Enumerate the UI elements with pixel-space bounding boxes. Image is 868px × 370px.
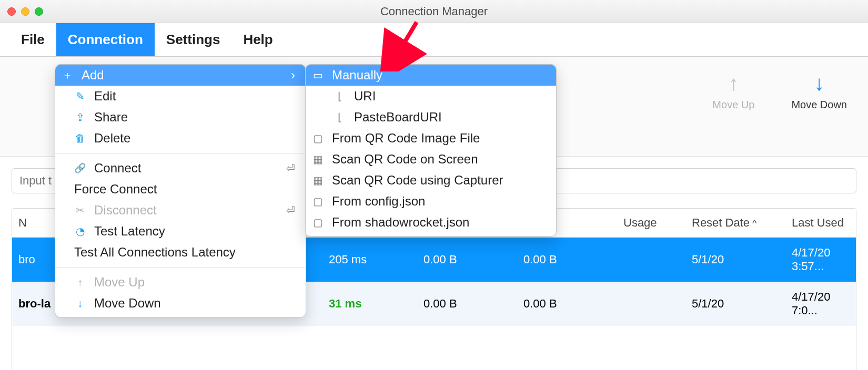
text-icon: ⌊ — [334, 90, 346, 102]
table-row-empty — [12, 326, 856, 370]
qr-icon: ▦ — [312, 153, 324, 165]
menu-separator — [55, 153, 306, 153]
menu-separator — [55, 267, 306, 268]
menu-move-up: ↑ Move Up — [55, 272, 306, 293]
submenu-qr-file-label: From QR Code Image File — [332, 131, 480, 146]
cell-last-used: 4/17/20 7:0... — [785, 282, 856, 326]
menu-help[interactable]: Help — [231, 23, 284, 56]
menu-test-all[interactable]: Test All Connections Latency — [55, 242, 306, 263]
menu-edit[interactable]: ✎ Edit — [55, 86, 306, 107]
cell-last-used: 4/17/20 3:57... — [785, 238, 856, 282]
menu-move-down-label: Move Down — [94, 296, 161, 311]
menu-edit-label: Edit — [94, 89, 116, 104]
file-icon: ▢ — [312, 196, 324, 207]
submenu-qr-capturer[interactable]: ▦ Scan QR Code using Capturer — [306, 170, 556, 191]
menu-test-all-label: Test All Connections Latency — [74, 245, 236, 260]
cell-up: 0.00 B — [417, 282, 517, 326]
file-icon: ▢ — [312, 132, 324, 144]
window-titlebar: Connection Manager — [0, 0, 868, 23]
col-name[interactable]: N — [12, 209, 59, 238]
menu-file[interactable]: File — [9, 23, 56, 56]
qr-icon: ▦ — [312, 174, 324, 186]
trash-icon: 🗑 — [74, 132, 86, 144]
cell-down: 0.00 B — [517, 282, 617, 326]
menu-disconnect-shortcut: ⏎ — [286, 204, 295, 217]
arrow-up-icon: ↑ — [728, 73, 739, 94]
plus-icon: ＋ — [62, 69, 73, 81]
share-icon: ⇪ — [74, 111, 86, 123]
col-reset-date[interactable]: Reset Date — [685, 209, 785, 238]
submenu-shadowrocket-label: From shadowrocket.json — [332, 215, 469, 230]
menu-delete[interactable]: 🗑 Delete — [55, 128, 306, 149]
submenu-uri-label: URI — [354, 89, 376, 104]
menu-settings[interactable]: Settings — [155, 23, 232, 56]
submenu-manually[interactable]: ▭ Manually — [306, 65, 556, 86]
col-usage[interactable]: Usage — [617, 209, 685, 238]
menu-disconnect-label: Disconnect — [94, 203, 157, 218]
menu-test-latency-label: Test Latency — [94, 224, 165, 239]
submenu-qr-screen[interactable]: ▦ Scan QR Code on Screen — [306, 149, 556, 170]
menu-move-down[interactable]: ↓ Move Down — [55, 293, 306, 314]
toolbar-move-down[interactable]: ↓ Move Down — [791, 73, 847, 111]
menu-connect-shortcut: ⏎ — [286, 162, 295, 174]
toolbar-move-up-label: Move Up — [712, 99, 754, 111]
menu-delete-label: Delete — [94, 131, 130, 146]
cell-down: 0.00 B — [517, 238, 617, 282]
window-title: Connection Manager — [0, 5, 868, 18]
cell-reset: 5/1/20 — [685, 282, 785, 326]
submenu-qr-screen-label: Scan QR Code on Screen — [332, 152, 478, 167]
toolbar-move-down-label: Move Down — [791, 99, 847, 111]
menu-force-connect[interactable]: Force Connect — [55, 179, 306, 200]
submenu-qr-file[interactable]: ▢ From QR Code Image File — [306, 128, 556, 149]
cell-latency: 31 ms — [322, 282, 417, 326]
connection-dropdown: ＋ Add › ✎ Edit ⇪ Share 🗑 Delete 🔗 Connec… — [55, 64, 306, 317]
gauge-icon: ◔ — [74, 225, 86, 237]
arrow-down-icon: ↓ — [74, 297, 86, 309]
arrow-up-icon: ↑ — [74, 276, 86, 288]
add-submenu: ▭ Manually ⌊ URI ⌊ PasteBoardURI ▢ From … — [305, 64, 557, 237]
menu-move-up-label: Move Up — [94, 275, 145, 290]
book-icon: ▭ — [312, 69, 324, 81]
menu-force-connect-label: Force Connect — [74, 182, 157, 197]
menu-share-label: Share — [94, 110, 128, 125]
cell-reset: 5/1/20 — [685, 238, 785, 282]
submenu-config-json-label: From config.json — [332, 194, 425, 209]
submenu-qr-capturer-label: Scan QR Code using Capturer — [332, 173, 503, 188]
menu-connect-label: Connect — [94, 161, 141, 176]
cell-name: bro-la — [12, 282, 59, 326]
arrow-down-icon: ↓ — [814, 73, 824, 94]
submenu-pasteboard[interactable]: ⌊ PasteBoardURI — [306, 107, 556, 128]
col-last-used[interactable]: Last Used — [785, 209, 856, 238]
cell-up: 0.00 B — [417, 238, 517, 282]
submenu-pasteboard-label: PasteBoardURI — [354, 110, 442, 125]
edit-icon: ✎ — [74, 90, 86, 102]
menu-connection[interactable]: Connection — [56, 23, 155, 56]
text-icon: ⌊ — [334, 111, 346, 123]
menu-add[interactable]: ＋ Add › — [55, 65, 306, 86]
menu-disconnect: ✂ Disconnect ⏎ — [55, 200, 306, 221]
menu-share[interactable]: ⇪ Share — [55, 107, 306, 128]
cell-name: bro — [12, 238, 59, 282]
cell-latency: 205 ms — [322, 238, 417, 282]
menu-test-latency[interactable]: ◔ Test Latency — [55, 221, 306, 242]
toolbar-move-up[interactable]: ↑ Move Up — [712, 73, 754, 111]
menu-add-label: Add — [82, 68, 104, 83]
file-icon: ▢ — [312, 217, 324, 228]
link-icon: 🔗 — [74, 162, 86, 174]
submenu-uri[interactable]: ⌊ URI — [306, 86, 556, 107]
submenu-shadowrocket[interactable]: ▢ From shadowrocket.json — [306, 212, 556, 233]
submenu-manually-label: Manually — [332, 68, 382, 83]
chevron-right-icon: › — [291, 68, 295, 83]
menu-connect[interactable]: 🔗 Connect ⏎ — [55, 158, 306, 179]
menu-bar: File Connection Settings Help — [0, 23, 868, 57]
submenu-config-json[interactable]: ▢ From config.json — [306, 191, 556, 212]
unlink-icon: ✂ — [74, 204, 86, 216]
